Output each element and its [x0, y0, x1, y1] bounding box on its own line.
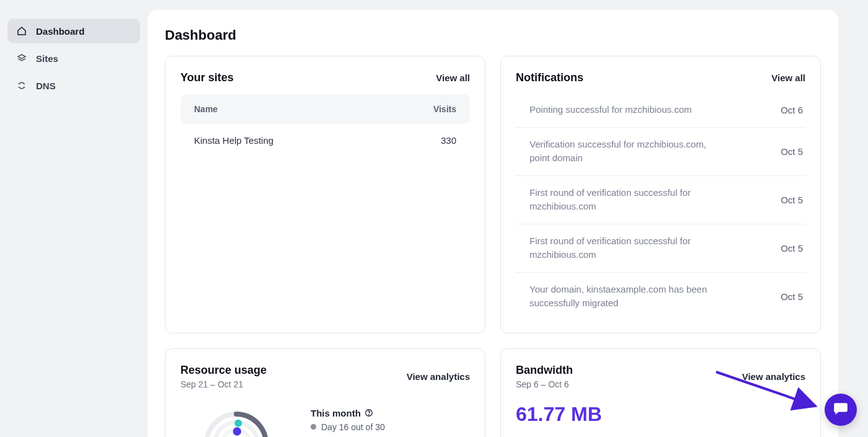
- sidebar-item-label: Sites: [36, 53, 58, 64]
- view-all-link[interactable]: View all: [436, 73, 470, 83]
- sidebar-item-dns[interactable]: DNS: [7, 73, 140, 98]
- view-all-link[interactable]: View all: [771, 73, 805, 83]
- metrics-column: This month Day 16 out of: [311, 407, 385, 438]
- notifications-list: Pointing successful for mzchibious.com O…: [516, 93, 805, 320]
- notification-date: Oct 5: [781, 243, 803, 254]
- card-title: Your sites: [180, 71, 234, 84]
- list-item[interactable]: First round of verification successful f…: [516, 176, 805, 224]
- this-month-text: This month: [311, 408, 361, 418]
- notification-text: Verification successful for mzchibious.c…: [529, 138, 728, 166]
- list-item[interactable]: Pointing successful for mzchibious.com O…: [516, 93, 805, 128]
- notification-date: Oct 5: [781, 195, 803, 205]
- view-analytics-link[interactable]: View analytics: [742, 371, 805, 382]
- list-item[interactable]: First round of verification successful f…: [516, 224, 805, 273]
- notification-text: Pointing successful for mzchibious.com: [529, 103, 692, 117]
- chat-icon: [833, 400, 849, 419]
- page-title: Dashboard: [165, 27, 821, 43]
- sites-table-header: Name Visits: [180, 94, 470, 124]
- sidebar-item-dashboard[interactable]: Dashboard: [7, 19, 140, 43]
- sidebar: Dashboard Sites DNS: [0, 0, 148, 437]
- home-icon: [16, 25, 27, 37]
- cards-row-2: Resource usage Sep 21 – Oct 21 View anal…: [165, 348, 821, 438]
- site-name: Kinsta Help Testing: [194, 135, 273, 146]
- main-panel: Dashboard Your sites View all Name Visit…: [148, 10, 838, 437]
- cards-row-1: Your sites View all Name Visits Kinsta H…: [165, 56, 821, 333]
- svg-point-8: [369, 415, 370, 415]
- dns-icon: [16, 80, 27, 91]
- chat-button[interactable]: [825, 394, 857, 426]
- list-item[interactable]: Verification successful for mzchibious.c…: [516, 128, 805, 176]
- card-header: Your sites View all: [180, 71, 470, 84]
- date-range: Sep 6 – Oct 6: [516, 379, 573, 389]
- resource-body: This month Day 16 out of: [180, 407, 470, 438]
- site-visits: 330: [441, 135, 456, 146]
- card-title: Notifications: [516, 71, 583, 84]
- this-month-label: This month: [311, 408, 385, 418]
- svg-point-6: [233, 427, 241, 435]
- date-range: Sep 21 – Oct 21: [180, 379, 267, 389]
- sidebar-item-sites[interactable]: Sites: [7, 46, 140, 71]
- notification-date: Oct 6: [781, 105, 803, 115]
- notification-text: First round of verification successful f…: [529, 186, 728, 214]
- help-icon[interactable]: [365, 408, 374, 418]
- card-title: Resource usage: [180, 364, 267, 377]
- notification-date: Oct 5: [781, 146, 803, 157]
- notification-text: Your domain, kinstaexample.com has been …: [529, 283, 728, 311]
- card-header: Bandwidth Sep 6 – Oct 6 View analytics: [516, 364, 805, 389]
- card-title: Bandwidth: [516, 364, 573, 377]
- view-analytics-link[interactable]: View analytics: [407, 371, 470, 382]
- day-progress-text: Day 16 out of 30: [321, 422, 385, 432]
- card-header: Notifications View all: [516, 71, 805, 84]
- resource-usage-card: Resource usage Sep 21 – Oct 21 View anal…: [165, 348, 485, 438]
- svg-marker-0: [18, 55, 25, 59]
- bandwidth-value: 61.77 MB: [516, 403, 805, 426]
- bandwidth-card: Bandwidth Sep 6 – Oct 6 View analytics 6…: [500, 348, 821, 438]
- your-sites-card: Your sites View all Name Visits Kinsta H…: [165, 56, 485, 333]
- notification-date: Oct 5: [781, 291, 803, 302]
- layers-icon: [16, 53, 27, 64]
- col-name: Name: [194, 104, 218, 114]
- col-visits: Visits: [433, 104, 456, 114]
- notifications-card: Notifications View all Pointing successf…: [500, 56, 821, 333]
- list-item[interactable]: Your domain, kinstaexample.com has been …: [516, 273, 805, 320]
- resource-donut-chart: [180, 407, 292, 438]
- day-progress: Day 16 out of 30: [311, 422, 385, 432]
- notification-text: First round of verification successful f…: [529, 234, 728, 262]
- svg-point-5: [234, 419, 242, 426]
- table-row[interactable]: Kinsta Help Testing 330: [180, 124, 470, 157]
- sidebar-item-label: Dashboard: [36, 26, 84, 37]
- legend-dot-icon: [311, 424, 316, 430]
- card-header: Resource usage Sep 21 – Oct 21 View anal…: [180, 364, 470, 389]
- sidebar-item-label: DNS: [36, 81, 56, 91]
